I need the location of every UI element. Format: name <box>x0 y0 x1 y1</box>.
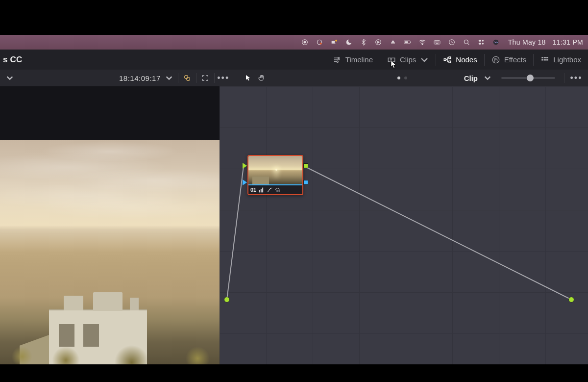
page-dot[interactable] <box>404 76 407 79</box>
tab-label: Effects <box>504 55 527 64</box>
tab-label: Lightbox <box>553 55 581 64</box>
do-not-disturb-icon[interactable] <box>342 35 356 50</box>
separator <box>196 73 196 83</box>
svg-rect-24 <box>449 57 451 59</box>
pointer-tool[interactable] <box>241 71 255 85</box>
tab-label: Nodes <box>456 55 477 64</box>
svg-point-19 <box>338 57 339 58</box>
tab-label: Timeline <box>345 55 373 64</box>
spotlight-icon[interactable] <box>459 35 474 50</box>
control-center-icon[interactable] <box>474 35 489 50</box>
tab-effects[interactable]: Effects <box>485 50 534 70</box>
svg-text:HDR: HDR <box>276 190 280 192</box>
svg-rect-21 <box>388 58 391 62</box>
viewer-image[interactable] <box>0 140 220 364</box>
tab-clips[interactable]: Clips <box>380 50 436 70</box>
svg-point-16 <box>482 40 483 41</box>
bypass-grades-icon[interactable] <box>180 71 194 85</box>
svg-rect-14 <box>478 40 481 41</box>
svg-rect-39 <box>262 187 263 192</box>
svg-rect-32 <box>546 59 548 60</box>
svg-rect-31 <box>544 59 546 60</box>
wifi-icon[interactable] <box>415 35 430 50</box>
sliders-icon <box>333 55 342 64</box>
svg-rect-6 <box>391 44 395 44</box>
node-graph[interactable]: 01 HDR <box>220 86 588 364</box>
fx-icon <box>491 55 500 64</box>
node-alpha-output[interactable] <box>303 180 308 185</box>
dropdown-icon[interactable] <box>3 71 17 85</box>
separator <box>564 73 564 83</box>
tab-lightbox[interactable]: Lightbox <box>534 50 588 70</box>
timecode-display[interactable]: 18:14:09:17 <box>118 74 162 82</box>
menubar-time[interactable]: 11:31 PM <box>549 38 583 46</box>
clock-icon[interactable] <box>444 35 459 50</box>
svg-rect-27 <box>542 57 544 58</box>
node-alpha-input[interactable] <box>243 179 247 185</box>
obs-icon[interactable] <box>297 35 312 50</box>
graph-input-handle[interactable] <box>224 297 230 303</box>
svg-rect-23 <box>444 58 446 60</box>
svg-point-13 <box>464 40 468 44</box>
svg-point-17 <box>482 43 483 44</box>
keyboard-icon[interactable] <box>430 35 444 50</box>
node-number: 01 <box>250 187 256 193</box>
play-icon[interactable] <box>371 35 386 50</box>
eject-icon[interactable] <box>386 35 400 50</box>
bars-icon <box>258 187 265 193</box>
project-title: s CC <box>0 55 23 65</box>
svg-point-1 <box>304 41 306 43</box>
svg-rect-9 <box>410 42 411 43</box>
clip-mode-label[interactable]: Clip <box>464 74 478 82</box>
svg-rect-38 <box>261 189 262 192</box>
svg-point-33 <box>184 76 188 79</box>
tab-nodes[interactable]: Nodes <box>436 50 484 70</box>
node-rgb-output[interactable] <box>303 163 308 168</box>
bluetooth-icon[interactable] <box>356 35 371 50</box>
node-rgb-input[interactable] <box>243 163 247 169</box>
svg-rect-22 <box>392 58 395 62</box>
tab-timeline[interactable]: Timeline <box>326 50 380 70</box>
chevron-down-icon <box>420 55 429 64</box>
notification-icon[interactable] <box>327 35 342 50</box>
battery-icon[interactable] <box>400 35 415 50</box>
svg-point-34 <box>186 77 190 81</box>
macos-menubar: Thu May 18 11:31 PM <box>0 35 588 50</box>
hand-tool[interactable] <box>255 71 269 85</box>
tab-label: Clips <box>400 55 416 64</box>
zoom-slider[interactable] <box>501 77 555 79</box>
dots3-icon: ••• <box>215 76 231 80</box>
svg-rect-8 <box>404 41 408 43</box>
node-thumbnail <box>248 156 302 184</box>
expand-icon[interactable] <box>198 71 212 85</box>
separator <box>214 73 215 83</box>
siri-icon[interactable] <box>489 35 503 50</box>
record-icon[interactable] <box>312 35 327 50</box>
clips-icon <box>387 55 396 64</box>
page-dot[interactable] <box>397 76 400 79</box>
more-icon[interactable]: ••• <box>569 71 583 85</box>
chevron-down-icon[interactable] <box>481 71 494 85</box>
page-dots[interactable] <box>397 76 407 79</box>
curve-icon <box>267 187 273 193</box>
secondary-toolbar: 18:14:09:17 ••• Clip ••• <box>0 70 588 87</box>
node-strip: 01 HDR <box>248 184 302 194</box>
svg-rect-25 <box>449 61 451 63</box>
svg-rect-37 <box>259 190 260 192</box>
svg-line-35 <box>227 166 244 300</box>
more-icon[interactable]: ••• <box>217 71 230 85</box>
nodes-icon <box>443 55 452 64</box>
svg-rect-30 <box>542 59 544 60</box>
menubar-date[interactable]: Thu May 18 <box>503 38 549 46</box>
separator <box>178 73 178 83</box>
corrector-node[interactable]: 01 HDR <box>247 155 303 195</box>
zoom-knob[interactable] <box>527 75 534 81</box>
graph-output-handle[interactable] <box>568 297 574 303</box>
hdr-badge-icon: HDR <box>275 187 281 193</box>
svg-rect-15 <box>478 43 481 44</box>
resolve-window: s CC Timeline Clips Nodes Effects <box>0 50 588 364</box>
svg-point-3 <box>319 43 321 45</box>
svg-point-4 <box>335 40 337 42</box>
window-topbar: s CC Timeline Clips Nodes Effects <box>0 50 588 70</box>
chevron-down-icon[interactable] <box>162 71 176 85</box>
